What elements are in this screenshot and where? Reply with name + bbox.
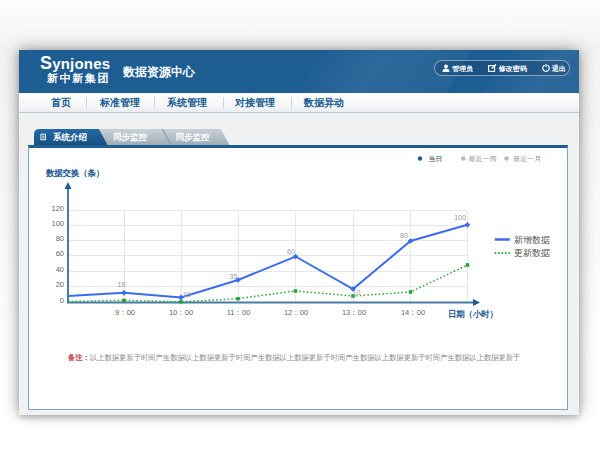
svg-text:最近一月: 最近一月: [513, 155, 541, 163]
svg-text:80: 80: [56, 234, 64, 243]
svg-text:60: 60: [56, 249, 64, 258]
svg-text:20: 20: [56, 280, 64, 289]
svg-text:9：00: 9：00: [115, 308, 135, 317]
svg-text:日期（小时）: 日期（小时）: [448, 309, 498, 319]
svg-text:11：00: 11：00: [227, 308, 251, 317]
svg-text:当日: 当日: [429, 155, 443, 163]
svg-text:系统介绍: 系统介绍: [52, 132, 88, 142]
svg-text:35: 35: [230, 273, 238, 280]
svg-text:14：00: 14：00: [401, 308, 425, 317]
svg-text:12：00: 12：00: [284, 308, 308, 317]
svg-text:同步监控: 同步监控: [176, 132, 211, 142]
svg-text:100: 100: [454, 214, 466, 221]
svg-text:同步监控: 同步监控: [113, 132, 148, 142]
svg-text:0: 0: [60, 296, 64, 305]
svg-text:新增数据: 新增数据: [514, 235, 550, 245]
svg-text:10：00: 10：00: [169, 308, 193, 317]
svg-text:18: 18: [118, 281, 126, 288]
svg-text:10: 10: [183, 291, 191, 298]
svg-text:更新数据: 更新数据: [514, 248, 550, 258]
svg-text:40: 40: [56, 265, 64, 274]
svg-text:120: 120: [51, 204, 64, 213]
svg-text:80: 80: [400, 232, 408, 239]
svg-text:最近一周: 最近一周: [469, 155, 497, 162]
svg-text:13：00: 13：00: [342, 308, 366, 317]
svg-text:60: 60: [287, 248, 295, 255]
svg-text:10: 10: [353, 289, 361, 296]
svg-text:100: 100: [51, 219, 64, 228]
svg-text:数据交换（条）: 数据交换（条）: [45, 168, 104, 178]
